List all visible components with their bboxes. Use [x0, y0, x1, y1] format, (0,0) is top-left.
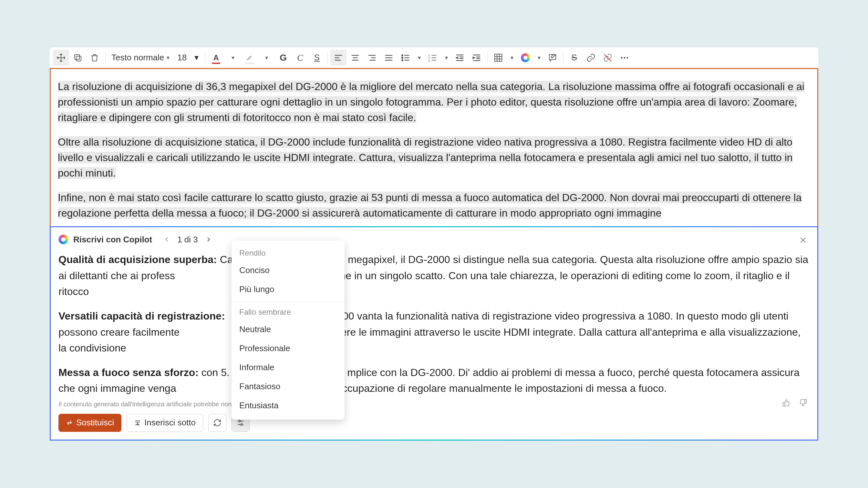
thumbs-up-button[interactable] [780, 396, 793, 409]
copilot-icon [521, 53, 530, 62]
highlight-button[interactable] [242, 50, 258, 66]
svg-text:3: 3 [428, 59, 430, 62]
insert-below-button[interactable]: Inserisci sotto [127, 414, 203, 432]
tone-menu-header: Rendilo [231, 245, 345, 261]
svg-point-51 [241, 424, 243, 425]
tone-item-informale[interactable]: Informale [231, 358, 345, 377]
italic-button[interactable]: C [292, 50, 308, 66]
separator [205, 52, 206, 64]
separator [487, 52, 488, 64]
copilot-body: Qualità di acquisizione superba: Ca mega… [58, 252, 810, 397]
bullet-list-button[interactable] [398, 50, 414, 66]
svg-rect-1 [74, 55, 80, 59]
copilot-dropdown[interactable]: ▾ [534, 50, 544, 66]
tone-menu: Rendilo Conciso Più lungo Fallo sembrare… [231, 241, 345, 420]
bullet-list-dropdown[interactable]: ▾ [414, 50, 424, 66]
link-button[interactable] [583, 50, 599, 66]
color-indicator-red [212, 63, 220, 64]
tone-item-professionale[interactable]: Professionale [231, 339, 345, 358]
color-indicator-white [245, 63, 254, 64]
chevron-down-icon: ▾ [194, 53, 198, 63]
svg-point-41 [624, 57, 625, 58]
svg-point-15 [402, 57, 403, 58]
highlight-dropdown[interactable]: ▾ [258, 50, 275, 66]
font-size-select[interactable]: 18 ▾ [174, 53, 203, 63]
document-area[interactable]: La risoluzione di acquisizione di 36,3 m… [50, 68, 818, 228]
numbered-list-dropdown[interactable]: ▾ [441, 50, 451, 66]
suggestion-title: Messa a fuoco senza sforzo: [58, 367, 198, 378]
insert-label: Inserisci sotto [144, 418, 196, 428]
tone-item-conciso[interactable]: Conciso [231, 261, 345, 280]
table-button[interactable] [490, 50, 506, 66]
replace-label: Sostituisci [76, 418, 114, 428]
tone-item-piu-lungo[interactable]: Più lungo [231, 280, 345, 299]
align-right-button[interactable] [364, 50, 380, 66]
suggestion-paragraph: Qualità di acquisizione superba: Ca mega… [58, 252, 810, 300]
copy-button[interactable] [70, 50, 86, 66]
copilot-icon [58, 235, 68, 244]
paragraph: La risoluzione di acquisizione di 36,3 m… [58, 79, 810, 125]
numbered-list-button[interactable]: 123 [425, 50, 441, 66]
delete-button[interactable] [87, 50, 103, 66]
svg-rect-0 [76, 56, 81, 61]
ai-disclaimer: Il contenuto generato dall'intelligenza … [58, 400, 810, 408]
strikethrough-button[interactable]: S [566, 50, 582, 66]
font-color-dropdown[interactable]: ▾ [225, 50, 241, 66]
svg-point-14 [402, 55, 403, 56]
font-color-button[interactable]: A [208, 50, 224, 66]
svg-point-16 [402, 59, 403, 61]
copilot-title: Riscrivi con Copilot [73, 235, 152, 245]
align-left-button[interactable] [330, 50, 346, 66]
align-center-button[interactable] [347, 50, 363, 66]
tone-item-entusiasta[interactable]: Entusiasta [231, 396, 345, 415]
svg-point-49 [239, 420, 240, 422]
move-handle-button[interactable] [53, 50, 69, 66]
separator [328, 52, 328, 64]
suggestion-paragraph: Versatili capacità di registrazione: 00 … [58, 308, 810, 356]
text-style-select[interactable]: Testo normale ▾ [108, 50, 173, 66]
pager-prev-button[interactable] [161, 234, 173, 245]
paragraph-text: Oltre alla risoluzione di acquisizione s… [58, 136, 793, 179]
suggestion-title: Versatili capacità di registrazione: [58, 310, 225, 322]
tone-item-neutrale[interactable]: Neutrale [231, 320, 345, 339]
chevron-down-icon: ▾ [166, 54, 169, 61]
app-window: Testo normale ▾ 18 ▾ A ▾ ▾ G C S [50, 47, 818, 441]
indent-button[interactable] [469, 50, 485, 66]
font-size-value: 18 [177, 53, 187, 63]
separator [563, 52, 563, 64]
tone-item-fantasioso[interactable]: Fantasioso [231, 377, 345, 396]
underline-button[interactable]: S [309, 50, 325, 66]
outdent-button[interactable] [452, 50, 468, 66]
copilot-pager: 1 di 3 [161, 234, 214, 245]
paragraph: Oltre alla risoluzione di acquisizione s… [58, 134, 810, 181]
copilot-actions: Sostituisci Inserisci sotto [58, 414, 810, 432]
paragraph: Infine, non è mai stato così facile catt… [58, 190, 810, 221]
more-button[interactable] [616, 50, 632, 66]
separator [105, 52, 105, 64]
pager-next-button[interactable] [203, 234, 214, 245]
table-dropdown[interactable]: ▾ [507, 50, 517, 66]
svg-point-42 [626, 57, 628, 58]
thumbs-down-button[interactable] [797, 396, 810, 409]
align-justify-button[interactable] [381, 50, 397, 66]
unlink-button[interactable] [600, 50, 616, 66]
svg-rect-34 [495, 54, 502, 61]
copilot-panel: Riscrivi con Copilot 1 di 3 Qualità di a… [50, 226, 818, 441]
suggestion-title: Qualità di acquisizione superba: [58, 254, 217, 265]
svg-point-40 [621, 57, 623, 58]
comment-button[interactable] [545, 50, 561, 66]
feedback-buttons [780, 396, 810, 409]
regenerate-button[interactable] [208, 414, 226, 432]
replace-button[interactable]: Sostituisci [58, 414, 121, 432]
copilot-header: Riscrivi con Copilot 1 di 3 [58, 234, 810, 245]
suggestion-paragraph: Messa a fuoco senza sforzo: con 5. mplic… [58, 365, 810, 397]
bold-button[interactable]: G [275, 50, 291, 66]
tone-menu-header: Fallo sembrare [231, 304, 345, 320]
paragraph-text: La risoluzione di acquisizione di 36,3 m… [58, 81, 804, 123]
pager-text: 1 di 3 [177, 235, 198, 245]
paragraph-text: Infine, non è mai stato così facile catt… [58, 192, 802, 219]
toolbar: Testo normale ▾ 18 ▾ A ▾ ▾ G C S [50, 47, 818, 68]
text-style-label: Testo normale [112, 53, 164, 63]
copilot-button[interactable] [517, 50, 533, 66]
close-button[interactable] [797, 234, 810, 247]
